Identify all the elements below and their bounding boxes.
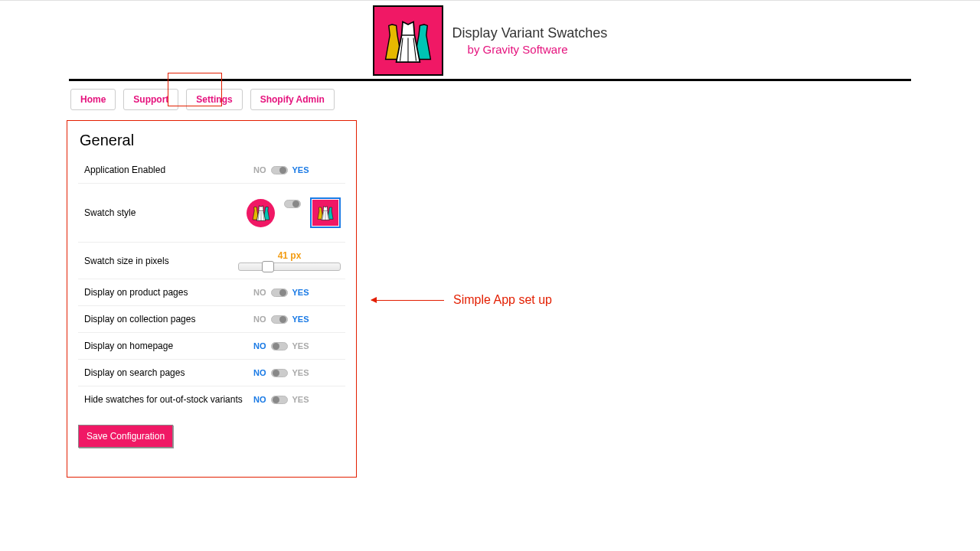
collection-pages-yes: YES — [292, 315, 309, 324]
product-pages-no: NO — [253, 288, 266, 297]
nav-settings[interactable]: Settings — [186, 89, 242, 110]
row-search-pages: Display on search pages NO YES — [78, 360, 345, 386]
app-enabled-no: NO — [253, 165, 266, 174]
product-pages-toggle[interactable] — [271, 289, 288, 297]
label-product-pages: Display on product pages — [78, 287, 253, 298]
label-search-pages: Display on search pages — [78, 367, 253, 378]
search-pages-toggle[interactable] — [271, 369, 288, 377]
hide-oos-yes: YES — [292, 395, 309, 404]
nav-support[interactable]: Support — [123, 89, 178, 110]
row-product-pages: Display on product pages NO YES — [78, 279, 345, 306]
slider-thumb[interactable] — [262, 261, 274, 272]
row-app-enabled: Application Enabled NO YES — [78, 157, 345, 184]
nav-shopify-admin[interactable]: Shopify Admin — [250, 89, 335, 110]
swatch-style-square[interactable] — [310, 197, 341, 228]
search-pages-no: NO — [253, 368, 266, 377]
app-header: Display Variant Swatches by Gravity Soft… — [0, 1, 980, 79]
row-swatch-size: Swatch size in pixels 41 px — [78, 243, 345, 279]
label-hide-oos: Hide swatches for out-of-stock variants — [78, 394, 253, 405]
annotation-text: Simple App set up — [453, 293, 552, 307]
row-collection-pages: Display on collection pages NO YES — [78, 306, 345, 333]
app-enabled-toggle[interactable] — [271, 166, 288, 174]
app-logo — [373, 5, 443, 76]
search-pages-yes: YES — [292, 368, 309, 377]
arrow-icon — [371, 300, 444, 301]
nav-tabs: Home Support Settings Shopify Admin — [0, 81, 980, 110]
row-swatch-style: Swatch style — [78, 184, 345, 243]
label-homepage: Display on homepage — [78, 341, 253, 351]
product-pages-yes: YES — [292, 288, 309, 297]
annotation: Simple App set up — [371, 293, 552, 307]
swatch-style-circle[interactable] — [247, 199, 275, 227]
panel-title: General — [78, 132, 345, 149]
label-swatch-style: Swatch style — [78, 207, 247, 218]
settings-panel: General Application Enabled NO YES Swatc… — [67, 120, 357, 478]
app-author: by Gravity Software — [452, 43, 608, 56]
label-swatch-size: Swatch size in pixels — [78, 256, 238, 266]
save-configuration-button[interactable]: Save Configuration — [78, 425, 173, 448]
nav-home[interactable]: Home — [70, 89, 116, 110]
hide-oos-toggle[interactable] — [271, 396, 288, 404]
row-homepage: Display on homepage NO YES — [78, 333, 345, 360]
label-collection-pages: Display on collection pages — [78, 314, 253, 324]
collection-pages-toggle[interactable] — [271, 315, 288, 324]
homepage-yes: YES — [292, 341, 309, 350]
app-enabled-yes: YES — [292, 165, 309, 174]
hide-oos-no: NO — [253, 395, 266, 404]
swatch-size-value: 41 px — [238, 250, 341, 261]
collection-pages-no: NO — [253, 315, 266, 324]
label-app-enabled: Application Enabled — [78, 165, 253, 175]
swatch-style-toggle[interactable] — [284, 200, 301, 208]
swatch-size-slider[interactable] — [238, 262, 341, 271]
homepage-no: NO — [253, 341, 266, 350]
row-hide-oos: Hide swatches for out-of-stock variants … — [78, 386, 345, 412]
homepage-toggle[interactable] — [271, 342, 288, 350]
app-title: Display Variant Swatches — [452, 25, 608, 41]
